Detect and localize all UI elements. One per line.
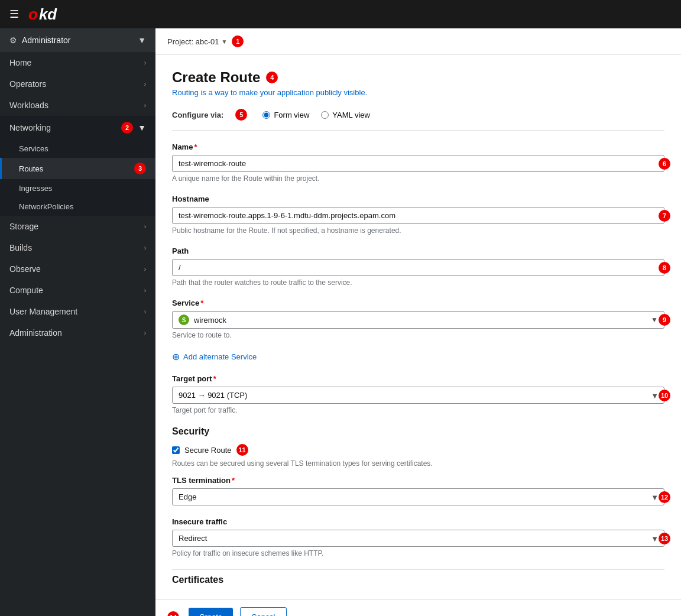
content-area: Project: abc-01 ▼ 1 Create Route 4 Routi… [155,28,681,616]
sidebar-item-administration[interactable]: Administration › [0,322,155,343]
service-field-group: Service * S wiremock ▼ 9 Service to rout… [172,299,664,339]
chevron-down-icon: ▼ [138,35,146,45]
target-port-wrapper: 9021 → 9021 (TCP) ▼ 10 [172,387,664,404]
insecure-select[interactable]: Redirect Allow None [172,530,664,547]
yaml-view-option[interactable]: YAML view [321,111,370,119]
step-badge-1: 1 [232,35,244,47]
page-subtitle: Routing is a way to make your applicatio… [172,88,664,97]
insecure-wrapper: Redirect Allow None ▼ 13 [172,530,664,547]
sidebar-item-home[interactable]: Home › [0,52,155,73]
tls-wrapper: Edge Passthrough Re-encrypt ▼ 12 [172,488,664,505]
form-view-radio[interactable] [262,111,270,119]
sidebar-item-builds[interactable]: Builds › [0,237,155,258]
secure-hint: Routes can be secured using several TLS … [172,459,664,468]
sidebar-item-builds-label: Builds [9,243,32,252]
configure-via: Configure via: 5 Form view YAML view [172,109,664,131]
networking-badge: 2 [121,122,133,134]
service-required: * [200,299,203,307]
sidebar-item-services[interactable]: Services [0,140,155,158]
form-view-label: Form view [274,111,309,119]
routes-badge: 3 [134,163,146,174]
insecure-field-group: Insecure traffic Redirect Allow None ▼ 1… [172,517,664,557]
sidebar-item-ingresses[interactable]: Ingresses [0,179,155,197]
path-field-group: Path 8 Path that the router watches to r… [172,247,664,287]
sidebar-admin[interactable]: ⚙ Administrator ▼ [0,28,155,52]
name-label: Name * [172,142,664,151]
logo-kd: kd [39,5,57,24]
insecure-label: Insecure traffic [172,517,664,526]
sidebar-item-operators[interactable]: Operators › [0,73,155,95]
create-button[interactable]: Create [189,608,233,616]
yaml-view-label: YAML view [332,111,370,119]
secure-route-row: Secure Route 11 [172,444,664,456]
target-port-select[interactable]: 9021 → 9021 (TCP) [172,387,664,404]
sidebar-item-routes[interactable]: Routes 3 [0,158,155,179]
secure-route-label: Secure Route [184,446,232,455]
form-area: Create Route 4 Routing is a way to make … [155,55,681,599]
project-selector[interactable]: Project: abc-01 ▼ [167,37,227,46]
chevron-right-icon: › [144,102,146,109]
step-badge-11: 11 [236,444,248,456]
sidebar-item-operators-label: Operators [9,79,46,89]
tls-select[interactable]: Edge Passthrough Re-encrypt [172,488,664,505]
sidebar-item-user-management-label: User Management [9,307,77,316]
chevron-right-icon: › [144,245,146,251]
project-bar: Project: abc-01 ▼ 1 [155,28,681,55]
sidebar-item-networking-label: Networking [9,123,51,132]
path-input-wrapper: 8 [172,259,664,276]
insecure-hint: Policy for traffic on insecure schemes l… [172,549,664,557]
path-input[interactable] [172,259,664,276]
topbar: ☰ okd [0,0,681,28]
add-alternate-service[interactable]: ⊕ Add alternate Service [172,351,664,362]
add-alternate-label: Add alternate Service [183,352,257,361]
chevron-right-icon: › [144,81,146,87]
configure-via-label: Configure via: [172,111,223,119]
chevron-right-icon: › [144,309,146,315]
form-view-option[interactable]: Form view [262,111,309,119]
sidebar-item-network-policies[interactable]: NetworkPolicies [0,197,155,216]
sidebar-item-networking[interactable]: Networking 2 ▼ [0,116,155,140]
step-badge-5: 5 [235,109,247,121]
project-chevron-icon: ▼ [221,38,227,45]
sidebar-admin-label: Administrator [22,35,70,45]
sidebar-networking-sub: Services Routes 3 Ingresses NetworkPolic… [0,140,155,216]
name-hint: A unique name for the Route within the p… [172,174,664,183]
gear-icon: ⚙ [9,35,17,45]
sidebar-item-workloads[interactable]: Workloads › [0,95,155,116]
sidebar-item-observe[interactable]: Observe › [0,258,155,280]
service-chevron-icon: ▼ [651,316,658,324]
step-badge-13: 13 [659,533,670,544]
tls-required: * [232,476,235,485]
chevron-down-icon: ▼ [138,123,146,132]
menu-icon[interactable]: ☰ [9,8,19,21]
service-icon: S [179,315,189,325]
sidebar-item-storage[interactable]: Storage › [0,216,155,237]
project-label: Project: abc-01 [167,37,219,46]
cancel-button[interactable]: Cancel [240,607,286,616]
networking-right: 2 ▼ [121,122,146,134]
yaml-view-radio[interactable] [321,111,329,119]
step-badge-8: 8 [659,262,670,274]
page-title-row: Create Route 4 [172,69,664,86]
sidebar-item-user-management[interactable]: User Management › [0,301,155,322]
chevron-right-icon: › [144,330,146,336]
target-port-field-group: Target port * 9021 → 9021 (TCP) ▼ 10 Tar… [172,374,664,414]
target-port-hint: Target port for traffic. [172,406,664,414]
hostname-label: Hostname [172,194,664,203]
chevron-right-icon: › [144,223,146,230]
service-selector[interactable]: S wiremock ▼ [172,311,664,329]
name-input[interactable] [172,155,664,172]
bottom-bar: 14 Create Cancel [155,599,681,616]
sidebar-item-compute-label: Compute [9,286,43,295]
secure-route-checkbox[interactable] [172,446,180,454]
sidebar: ⚙ Administrator ▼ Home › Operators › Wor… [0,28,155,616]
hostname-input[interactable] [172,207,664,224]
step-badge-9: 9 [659,314,670,326]
chevron-right-icon: › [144,60,146,66]
page-title: Create Route [172,69,260,86]
service-label: Service * [172,299,664,307]
name-required: * [194,142,197,151]
step-badge-14: 14 [167,611,179,617]
step-badge-4: 4 [266,72,278,83]
sidebar-item-compute[interactable]: Compute › [0,280,155,301]
